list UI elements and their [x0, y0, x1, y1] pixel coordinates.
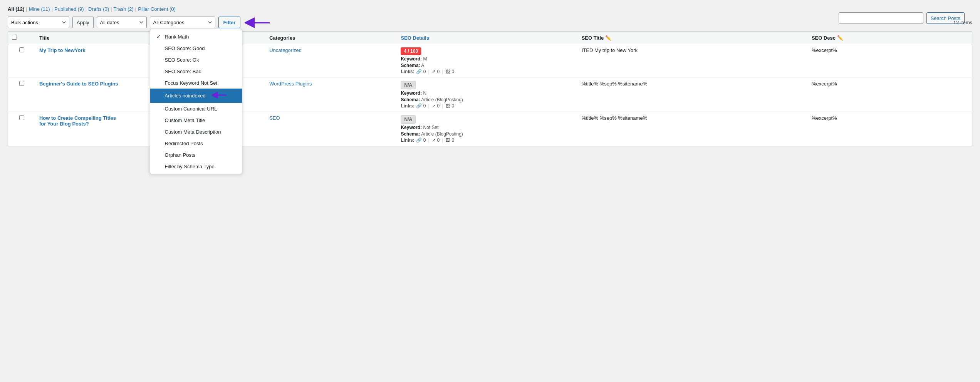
link-icon: 🔗	[416, 103, 422, 109]
dropdown-item-orphan[interactable]: Orphan Posts	[150, 149, 242, 161]
row1-keyword: Keyword: M	[401, 56, 574, 62]
categories-dropdown-container: All Categories ✓ Rank Math SEO Score: Go…	[150, 17, 215, 28]
dropdown-item-redirected[interactable]: Redirected Posts	[150, 137, 242, 149]
tab-published[interactable]: Published (9)	[54, 6, 84, 12]
tab-drafts[interactable]: Drafts (3)	[88, 6, 109, 12]
items-count: 12 items	[953, 20, 972, 25]
row1-checkbox[interactable]	[19, 47, 24, 52]
row2-seo-details-cell: N/A Keyword: N Schema: Article (BlogPost…	[397, 78, 577, 112]
dropdown-item-meta-title[interactable]: Custom Meta Title	[150, 114, 242, 126]
th-seo-details[interactable]: SEO Details	[397, 32, 577, 44]
seo-desc-edit-icon[interactable]: ✏️	[837, 35, 843, 41]
row3-links: Links: 🔗 0 | ↗ 0 | 🖼 0	[401, 137, 574, 143]
row3-category-cell: SEO	[265, 112, 397, 146]
row3-keyword: Keyword: Not Set	[401, 125, 574, 130]
dates-select[interactable]: All dates	[97, 17, 147, 28]
dropdown-item-meta-desc[interactable]: Custom Meta Description	[150, 126, 242, 137]
row3-schema: Schema: Article (BlogPosting)	[401, 131, 574, 137]
th-seo-desc: SEO Desc ✏️	[808, 32, 972, 44]
check-mark-rank-math: ✓	[156, 34, 162, 40]
select-all-checkbox[interactable]	[12, 35, 17, 40]
link-icon: 🔗	[416, 137, 422, 143]
row2-checkbox[interactable]	[19, 81, 24, 86]
select-all-header	[8, 32, 35, 44]
row3-title-link[interactable]: How to Create Compelling Titlesfor Your …	[39, 115, 116, 127]
apply-button[interactable]: Apply	[72, 17, 94, 28]
filter-button-wrapper: Filter	[218, 17, 241, 28]
row1-checkbox-cell	[8, 44, 35, 78]
external-icon: ↗	[432, 137, 436, 143]
dropdown-item-focus-keyword[interactable]: Focus Keyword Not Set	[150, 77, 242, 89]
row3-category-link[interactable]: SEO	[269, 115, 280, 121]
dropdown-item-articles-noindexed[interactable]: Articles noindexed	[150, 89, 242, 103]
row1-category-link[interactable]: Uncategorized	[269, 47, 302, 53]
external-icon: ↗	[432, 69, 436, 74]
filter-tabs: All (12) | Mine (11) | Published (9) | D…	[8, 6, 972, 12]
row1-schema: Schema: A	[401, 63, 574, 68]
bulk-actions-select[interactable]: Bulk actions	[8, 17, 69, 28]
row2-keyword: Keyword: N	[401, 90, 574, 96]
tab-mine[interactable]: Mine (11)	[29, 6, 50, 12]
seo-filter-dropdown: ✓ Rank Math SEO Score: Good SEO Score: O…	[150, 29, 242, 174]
row1-seo-score: 4 / 100	[401, 47, 421, 55]
row1-seo-desc-cell: %excerpt%	[808, 44, 972, 78]
row3-checkbox-cell	[8, 112, 35, 146]
row3-checkbox[interactable]	[19, 115, 24, 120]
row3-seo-title-cell: %title% %sep% %sitename%	[578, 112, 808, 146]
arrow-to-noindexed	[212, 91, 227, 100]
row3-seo-desc-cell: %excerpt%	[808, 112, 972, 146]
th-seo-title: SEO Title ✏️	[578, 32, 808, 44]
media-icon: 🖼	[445, 137, 450, 143]
media-icon: 🖼	[445, 103, 450, 109]
categories-select[interactable]: All Categories	[150, 17, 215, 28]
row1-title-link[interactable]: My Trip to NewYork	[39, 47, 86, 53]
arrow-to-filter	[245, 17, 272, 29]
dropdown-item-rank-math[interactable]: ✓ Rank Math	[150, 31, 242, 42]
row2-links: Links: 🔗 0 | ↗ 0 | 🖼 0	[401, 103, 574, 109]
row2-seo-score: N/A	[401, 81, 416, 89]
tab-trash[interactable]: Trash (2)	[114, 6, 134, 12]
row2-checkbox-cell	[8, 78, 35, 112]
dropdown-item-seo-good[interactable]: SEO Score: Good	[150, 42, 242, 54]
dropdown-item-canonical[interactable]: Custom Canonical URL	[150, 103, 242, 114]
media-icon: 🖼	[445, 69, 450, 74]
row1-seo-details-cell: 4 / 100 Keyword: M Schema: A Links: 🔗 0 …	[397, 44, 577, 78]
row3-seo-details-cell: N/A Keyword: Not Set Schema: Article (Bl…	[397, 112, 577, 146]
seo-title-edit-icon[interactable]: ✏️	[605, 35, 611, 41]
toolbar: Bulk actions Apply All dates All Categor…	[8, 17, 972, 28]
dropdown-item-schema-type[interactable]: Filter by Schema Type	[150, 161, 242, 172]
row2-title-link[interactable]: Beginner's Guide to SEO Plugins	[39, 81, 118, 87]
dropdown-item-seo-ok[interactable]: SEO Score: Ok	[150, 54, 242, 65]
dropdown-item-seo-bad[interactable]: SEO Score: Bad	[150, 65, 242, 77]
row1-category-cell: Uncategorized	[265, 44, 397, 78]
row2-schema: Schema: Article (BlogPosting)	[401, 97, 574, 102]
external-icon: ↗	[432, 103, 436, 109]
row2-category-cell: WordPress Plugins	[265, 78, 397, 112]
row2-seo-title-cell: %title% %sep% %sitename%	[578, 78, 808, 112]
link-icon: 🔗	[416, 69, 422, 74]
row1-links: Links: 🔗 0 | ↗ 0 | 🖼 0	[401, 69, 574, 74]
tab-pillar[interactable]: Pillar Content (0)	[138, 6, 176, 12]
row1-seo-title-cell: ITED My trip to New York	[578, 44, 808, 78]
th-categories: Categories	[265, 32, 397, 44]
tab-all[interactable]: All (12)	[8, 6, 24, 12]
row2-category-link[interactable]: WordPress Plugins	[269, 81, 312, 87]
row2-seo-desc-cell: %excerpt%	[808, 78, 972, 112]
row3-seo-score: N/A	[401, 115, 416, 124]
filter-button[interactable]: Filter	[218, 17, 241, 28]
